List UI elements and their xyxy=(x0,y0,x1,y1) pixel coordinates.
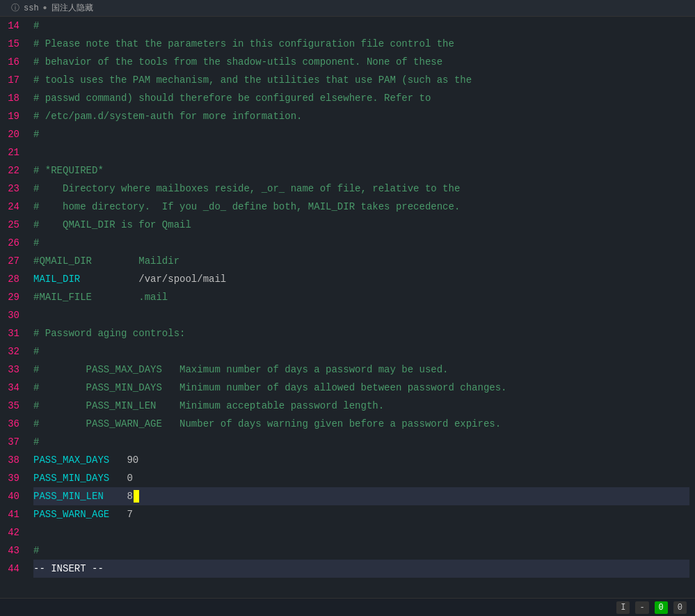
code-line-20: # xyxy=(33,125,689,143)
code-line-38: PASS_MAX_DAYS 90 xyxy=(33,451,689,469)
code-line-24: # home directory. If you _do_ define bot… xyxy=(33,198,689,216)
line-num-44: 44 xyxy=(6,560,19,578)
line-num-29: 29 xyxy=(6,288,19,306)
code-line-27: #QMAIL_DIR Maildir xyxy=(33,252,689,270)
line-num-25: 25 xyxy=(6,216,19,234)
code-line-44: -- INSERT -- xyxy=(33,560,689,578)
code-line-15: # Please note that the parameters in thi… xyxy=(33,35,689,53)
line-num-42: 42 xyxy=(6,523,19,542)
code-line-41: PASS_WARN_AGE 7 xyxy=(33,505,689,523)
status-item-vim: I xyxy=(616,601,630,614)
code-line-36: # PASS_WARN_AGE Number of days warning g… xyxy=(33,415,689,433)
code-line-29: #MAIL_FILE .mail xyxy=(33,288,689,306)
line-num-27: 27 xyxy=(6,252,19,270)
line-num-31: 31 xyxy=(6,324,19,342)
status-item-number: 0 xyxy=(673,601,687,614)
status-vim-mode: I xyxy=(616,601,630,614)
line-num-34: 34 xyxy=(6,379,19,397)
tab-dot: ● xyxy=(43,4,47,12)
line-num-41: 41 xyxy=(6,505,19,523)
editor-container: ⓘ ssh ● 国注人隐藏 14 15 16 17 18 19 20 21 22… xyxy=(0,0,695,616)
code-line-25: # QMAIL_DIR is for Qmail xyxy=(33,216,689,234)
tab-icon: ⓘ xyxy=(11,2,19,14)
line-num-22: 22 xyxy=(6,161,19,180)
line-num-14: 14 xyxy=(6,17,19,35)
code-line-18: # passwd command) should therefore be co… xyxy=(33,89,689,107)
code-line-42 xyxy=(33,523,689,542)
code-line-19: # /etc/pam.d/system-auth for more inform… xyxy=(33,107,689,125)
tab-bar: ⓘ ssh ● 国注人隐藏 xyxy=(0,0,695,17)
line-num-17: 17 xyxy=(6,71,19,89)
code-line-21 xyxy=(33,143,689,161)
code-line-23: # Directory where mailboxes reside, _or_… xyxy=(33,180,689,198)
line-num-32: 32 xyxy=(6,342,19,361)
code-line-43: # xyxy=(33,542,689,560)
code-line-17: # tools uses the PAM mechanism, and the … xyxy=(33,71,689,89)
code-line-28: MAIL_DIR /var/spool/mail xyxy=(33,270,689,288)
line-num-40: 40 xyxy=(6,487,19,505)
line-num-36: 36 xyxy=(6,415,19,433)
text-cursor xyxy=(134,490,139,503)
line-num-18: 18 xyxy=(6,89,19,107)
line-num-16: 16 xyxy=(6,53,19,71)
line-num-23: 23 xyxy=(6,180,19,198)
line-num-15: 15 xyxy=(6,35,19,53)
status-separator: - xyxy=(635,601,648,614)
code-line-30 xyxy=(33,306,689,324)
line-num-19: 19 xyxy=(6,107,19,125)
line-num-30: 30 xyxy=(6,306,19,324)
line-num-35: 35 xyxy=(6,397,19,415)
line-num-33: 33 xyxy=(6,361,19,379)
line-num-20: 20 xyxy=(6,125,19,143)
code-line-16: # behavior of the tools from the shadow-… xyxy=(33,53,689,71)
line-num-37: 37 xyxy=(6,433,19,451)
code-line-37: # xyxy=(33,433,689,451)
tab-ssh-label: ssh xyxy=(24,3,39,13)
code-line-22: # *REQUIRED* xyxy=(33,161,689,180)
code-line-31: # Password aging controls: xyxy=(33,324,689,342)
code-line-39: PASS_MIN_DAYS 0 xyxy=(33,469,689,487)
status-dash: - xyxy=(635,601,648,614)
code-content[interactable]: # # Please note that the parameters in t… xyxy=(28,17,695,598)
code-line-32: # xyxy=(33,342,689,361)
line-num-43: 43 xyxy=(6,542,19,560)
code-line-26: # xyxy=(33,234,689,252)
tab-item[interactable]: ⓘ ssh ● 国注人隐藏 xyxy=(6,1,99,15)
status-plugin-indicator: 0 xyxy=(655,601,668,614)
status-number: 0 xyxy=(673,601,687,614)
line-num-28: 28 xyxy=(6,270,19,288)
line-numbers: 14 15 16 17 18 19 20 21 22 23 24 25 26 2… xyxy=(0,17,28,598)
line-num-24: 24 xyxy=(6,198,19,216)
status-bar: I - 0 0 xyxy=(0,598,695,616)
line-num-26: 26 xyxy=(6,234,19,252)
line-num-38: 38 xyxy=(6,451,19,469)
code-line-34: # PASS_MIN_DAYS Minimum number of days a… xyxy=(33,379,689,397)
tab-path: 国注人隐藏 xyxy=(51,2,93,14)
code-area: 14 15 16 17 18 19 20 21 22 23 24 25 26 2… xyxy=(0,17,695,598)
status-item-plugin: 0 xyxy=(655,601,668,614)
code-line-14: # xyxy=(33,17,689,35)
line-num-39: 39 xyxy=(6,469,19,487)
line-num-21: 21 xyxy=(6,143,19,161)
code-line-35: # PASS_MIN_LEN Minimum acceptable passwo… xyxy=(33,397,689,415)
code-line-33: # PASS_MAX_DAYS Maximum number of days a… xyxy=(33,361,689,379)
code-line-40: PASS_MIN_LEN 8 xyxy=(33,487,689,505)
